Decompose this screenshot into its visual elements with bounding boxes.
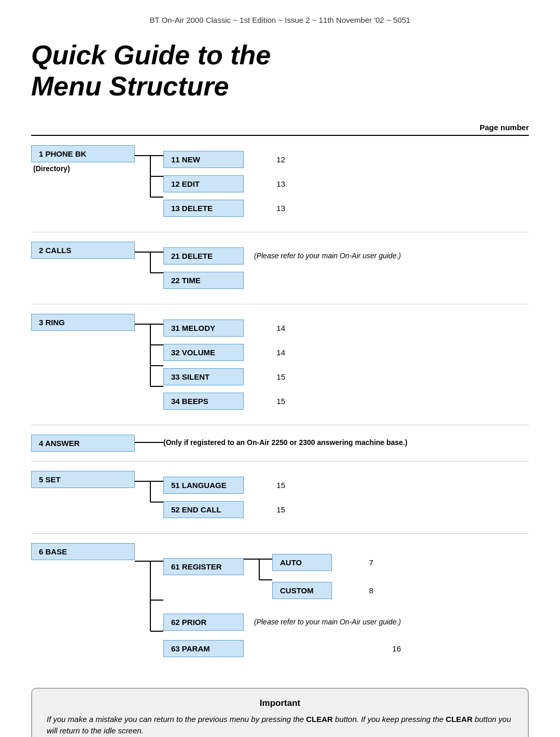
- level3-row-auto: AUTO 7: [272, 554, 373, 571]
- connector-svg-6: [135, 543, 163, 647]
- menu-box-2-calls: 2 CALLS: [31, 242, 135, 259]
- important-title: Important: [47, 698, 513, 708]
- menu-box-34-beeps: 34 BEEPS: [163, 393, 244, 410]
- level2-row-31-melody: 31 MELODY 14: [163, 319, 285, 337]
- level2-row-13-delete: 13 DELETE 13: [163, 200, 285, 217]
- important-text: If you make a mistake you can return to …: [47, 714, 513, 737]
- menu-box-auto: AUTO: [272, 554, 332, 571]
- prior-note: (Please refer to your main On-Air user g…: [254, 618, 401, 626]
- menu-box-21-delete: 21 DELETE: [163, 247, 244, 265]
- level2-row-61-register: 61 REGISTER AUTO: [163, 549, 401, 604]
- level2-row-51-language: 51 LANGUAGE 15: [163, 477, 285, 494]
- section-1-phone-bk: 1 PHONE BK (Directory) 11 N: [31, 136, 529, 232]
- menu-box-32-volume: 32 VOLUME: [163, 344, 244, 361]
- page-34-beeps: 15: [244, 397, 285, 406]
- page-63-param: 16: [359, 644, 401, 653]
- calls-note: (Please refer to your main On-Air user g…: [254, 252, 401, 260]
- menu-box-custom: CUSTOM: [272, 582, 332, 599]
- section-6-base: 6 BASE 61 REGISTER: [31, 533, 529, 672]
- page-31-melody: 14: [244, 324, 285, 332]
- level1-base: 6 BASE: [31, 543, 135, 560]
- page-title: Quick Guide to the Menu Structure: [31, 40, 529, 102]
- menu-box-6-base: 6 BASE: [31, 543, 135, 560]
- page-52-end-call: 15: [244, 505, 285, 514]
- phone-bk-sublabel: (Directory): [31, 164, 135, 173]
- page-custom: 8: [332, 586, 373, 595]
- menu-box-5-set: 5 SET: [31, 471, 135, 488]
- page-33-silent: 15: [244, 372, 285, 381]
- menu-box-3-ring: 3 RING: [31, 314, 135, 331]
- level2-row-62-prior: 62 PRIOR (Please refer to your main On-A…: [163, 614, 401, 631]
- level2-row-52-end-call: 52 END CALL 15: [163, 501, 285, 518]
- page-51-language: 15: [244, 481, 285, 490]
- section-2-calls: 2 CALLS 21 DELETE (Please refer to your …: [31, 232, 529, 304]
- level1-phone-bk: 1 PHONE BK (Directory): [31, 145, 135, 173]
- connector-svg-1: [135, 145, 163, 207]
- level2-row-34-beeps: 34 BEEPS 15: [163, 393, 285, 410]
- level2-row-11-new: 11 NEW 12: [163, 151, 285, 168]
- level2-row-12-edit: 12 EDIT 13: [163, 175, 285, 192]
- connector-svg-5: [135, 471, 163, 512]
- menu-box-22-time: 22 TIME: [163, 272, 244, 289]
- menu-box-11-new: 11 NEW: [163, 151, 244, 168]
- answer-note: (Only if registered to an On-Air 2250 or…: [163, 438, 408, 447]
- level2-row-63-param: 63 PARAM 16: [163, 640, 401, 657]
- page-13-delete: 13: [244, 204, 285, 213]
- level1-calls: 2 CALLS: [31, 242, 135, 259]
- menu-box-52-end-call: 52 END CALL: [163, 501, 244, 518]
- page-auto: 7: [332, 558, 373, 567]
- connector-svg-2: [135, 242, 163, 283]
- section-5-set: 5 SET 51 LANGUAGE 15 52 END CALL: [31, 461, 529, 533]
- document-header: BT On-Air 2000 Classic ~ 1st Edition ~ I…: [31, 16, 529, 24]
- important-box: Important If you make a mistake you can …: [31, 688, 529, 737]
- level1-set: 5 SET: [31, 471, 135, 488]
- connector-svg-61: [244, 549, 272, 590]
- level2-row-33-silent: 33 SILENT 15: [163, 368, 285, 385]
- menu-box-63-param: 63 PARAM: [163, 640, 244, 657]
- page-32-volume: 14: [244, 348, 285, 357]
- menu-box-13-delete: 13 DELETE: [163, 200, 244, 217]
- page-11-new: 12: [244, 155, 285, 164]
- level1-answer: 4 ANSWER: [31, 435, 135, 452]
- level2-row-32-volume: 32 VOLUME 14: [163, 344, 285, 361]
- level3-row-custom: CUSTOM 8: [272, 582, 373, 599]
- menu-box-61-register: 61 REGISTER: [163, 558, 244, 575]
- menu-box-1-phone-bk: 1 PHONE BK: [31, 145, 135, 162]
- page-12-edit: 13: [244, 179, 285, 188]
- section-3-ring: 3 RING 31 MELODY 14 3: [31, 304, 529, 425]
- level2-row-22-time: 22 TIME: [163, 272, 401, 289]
- menu-box-51-language: 51 LANGUAGE: [163, 477, 244, 494]
- section-4-answer: 4 ANSWER (Only if registered to an On-Ai…: [31, 425, 529, 461]
- level2-row-21-delete: 21 DELETE (Please refer to your main On-…: [163, 247, 401, 265]
- connector-svg-4: [135, 435, 163, 450]
- page-number-header: Page number: [31, 123, 529, 136]
- connector-svg-3: [135, 314, 163, 397]
- menu-box-12-edit: 12 EDIT: [163, 175, 244, 192]
- menu-structure: 1 PHONE BK (Directory) 11 N: [31, 136, 529, 672]
- menu-box-33-silent: 33 SILENT: [163, 368, 244, 385]
- level1-ring: 3 RING: [31, 314, 135, 331]
- menu-box-31-melody: 31 MELODY: [163, 319, 244, 337]
- menu-box-62-prior: 62 PRIOR: [163, 614, 244, 631]
- menu-box-4-answer: 4 ANSWER: [31, 435, 135, 452]
